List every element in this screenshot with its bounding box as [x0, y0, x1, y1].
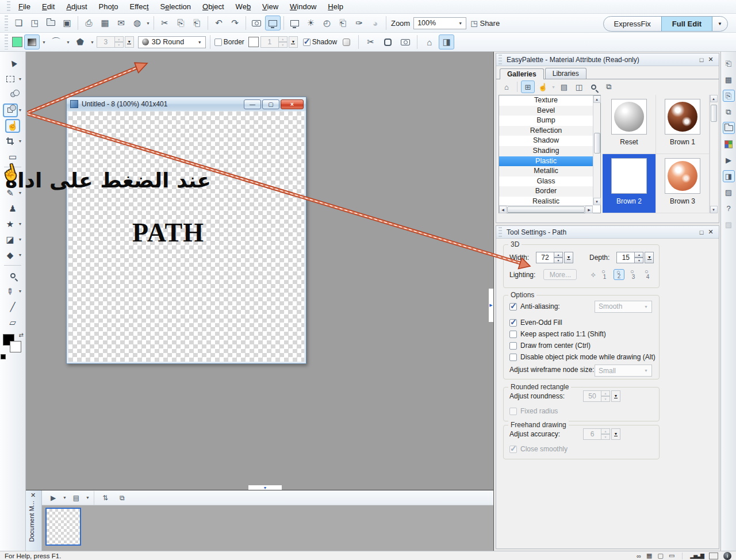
home-button[interactable]: ⌂ — [500, 80, 513, 93]
scroll-up-icon[interactable]: ▲ — [710, 95, 718, 102]
preview-button[interactable]: ◫ — [572, 80, 586, 93]
gallery-item-plastic[interactable]: Plastic — [499, 156, 593, 167]
shadow-checkbox[interactable] — [303, 39, 310, 46]
close-icon[interactable]: ✕ — [30, 492, 36, 499]
gallery-item-bevel[interactable]: Bevel — [499, 106, 593, 116]
quick-command-button[interactable]: ⎗ — [335, 16, 351, 30]
float-icon[interactable]: □ — [697, 228, 706, 237]
document-manager-tab[interactable]: ✕ Document M... — [26, 490, 42, 551]
help-panel-button[interactable]: ? — [723, 202, 735, 214]
expressfix-button[interactable]: ExpressFix — [604, 17, 661, 31]
ruler-icon[interactable]: ▭ — [669, 552, 674, 559]
menu-view[interactable]: View — [256, 0, 284, 14]
line-curve-button[interactable]: ⌒ — [48, 34, 64, 49]
3d-mode-combobox[interactable]: 3D Round ▼ — [138, 36, 206, 48]
shadow-options-button[interactable] — [339, 34, 354, 49]
document-manager-button[interactable]: ⎘ — [723, 90, 735, 102]
crop-tool[interactable] — [3, 135, 18, 148]
gallery-item-texture[interactable]: Texture — [499, 95, 593, 106]
material-brown-1[interactable]: Brown 1 — [656, 95, 710, 154]
slice-tool[interactable]: ▱ — [5, 316, 20, 329]
light-4-button[interactable]: 4 — [642, 269, 653, 280]
browse-manager-button[interactable] — [723, 122, 735, 134]
draw-from-center-checkbox[interactable] — [509, 342, 517, 350]
gallery-item-bump[interactable]: Bump — [499, 116, 593, 126]
menu-object[interactable]: Object — [197, 0, 230, 14]
path-drawing-tool[interactable] — [3, 103, 18, 117]
gallery-item-border[interactable]: Border — [499, 186, 593, 197]
transform-tool[interactable]: ▭ — [5, 150, 20, 164]
tool-settings-panel-button[interactable]: ◨ — [723, 170, 735, 182]
auto-enhance-button[interactable]: ☀ — [303, 16, 319, 30]
new-document-button[interactable]: ❏ — [11, 16, 26, 30]
float-icon[interactable]: □ — [697, 55, 706, 64]
info-icon[interactable]: i — [723, 552, 731, 560]
tree-view-button[interactable]: ⊞ — [521, 80, 535, 93]
sort-button[interactable]: ⇅ — [98, 490, 113, 505]
digital-camera-button[interactable] — [249, 16, 264, 30]
clone-tool[interactable]: ♟ — [5, 202, 20, 216]
fill-tool[interactable]: ◆ — [3, 248, 18, 262]
light-1-button[interactable]: 1 — [599, 269, 610, 280]
background-color-swatch[interactable] — [10, 341, 21, 352]
material-gradient-button[interactable] — [24, 34, 40, 49]
rgb-channels-icon[interactable] — [709, 553, 718, 559]
document-thumbnail[interactable] — [45, 508, 81, 546]
menu-web[interactable]: Web — [230, 0, 257, 14]
menu-effect[interactable]: Effect — [124, 0, 155, 14]
pick-whats-this-button[interactable]: ✑ — [351, 16, 367, 30]
collapse-bottom-handle[interactable]: ▼ — [248, 485, 282, 490]
light-2-button[interactable]: 2 — [614, 269, 624, 280]
chevron-down-icon[interactable]: ▼ — [456, 19, 465, 28]
quick-command-panel-button[interactable]: ⎗ — [723, 57, 735, 70]
macro-play-button[interactable]: ▶ — [723, 154, 735, 166]
web-browser-button[interactable]: ◍ — [129, 16, 145, 30]
redo-button[interactable]: ↷ — [227, 16, 243, 30]
rounded-corner-button[interactable] — [380, 34, 396, 49]
material-reset[interactable]: Reset — [603, 95, 656, 154]
disable-pick-checkbox[interactable] — [509, 354, 517, 361]
fill-color-swatch[interactable] — [12, 37, 22, 47]
view-layout-button[interactable]: ▤ — [68, 490, 84, 505]
save-button[interactable]: ▣ — [59, 16, 75, 30]
tab-galleries[interactable]: Galleries — [500, 68, 544, 79]
menu-adjust[interactable]: Adjust — [60, 0, 93, 14]
scroll-left-icon[interactable]: ◀ — [499, 206, 507, 213]
eyedropper-tool[interactable]: ✏ — [3, 285, 18, 298]
grid-icon[interactable]: ▦ — [646, 552, 652, 559]
duplicate-button[interactable]: ⧉ — [114, 490, 130, 505]
photo-properties-button[interactable]: ▨ — [723, 186, 735, 198]
width-spinner[interactable]: 72 ▲▼ ▼ — [536, 252, 573, 263]
pick-tool[interactable]: ▶ — [5, 57, 20, 71]
layer-manager-button[interactable]: ⧉ — [723, 106, 735, 118]
gallery-vertical-scrollbar[interactable]: ▲ ▼ — [593, 95, 600, 205]
eraser-tool[interactable]: ◪ — [3, 233, 18, 247]
scroll-up-icon[interactable]: ▲ — [593, 95, 601, 103]
collapse-right-handle[interactable]: ▶ — [489, 289, 493, 322]
border-checkbox[interactable] — [214, 39, 222, 46]
anti-aliasing-checkbox[interactable] — [509, 303, 517, 310]
material-dropdown[interactable]: ▼ — [42, 40, 46, 44]
border-color-swatch[interactable] — [248, 37, 259, 47]
gallery-horizontal-scrollbar[interactable]: ◀ ▶ — [499, 205, 593, 213]
even-odd-fill-checkbox[interactable] — [509, 319, 517, 327]
canvas-title-bar[interactable]: Untitled - 8 (100%) 401x401 — ▢ × — [67, 97, 306, 111]
undo-button[interactable]: ↶ — [211, 16, 227, 30]
full-edit-button[interactable]: Full Edit — [661, 17, 712, 31]
gallery-item-glass[interactable]: Glass — [499, 177, 593, 187]
export-button[interactable]: ⌂ — [421, 34, 437, 49]
print-button[interactable]: ⎙ — [81, 16, 97, 30]
monitor-button[interactable] — [287, 16, 302, 30]
gallery-item-shading[interactable]: Shading — [499, 146, 593, 156]
swap-colors-icon[interactable]: ⇄ — [19, 332, 24, 338]
share-button[interactable]: ◳ Share — [467, 16, 503, 30]
search-button[interactable] — [587, 80, 601, 93]
gallery-item-shadow[interactable]: Shadow — [499, 136, 593, 146]
depth-preset-dropdown[interactable]: ▼ — [645, 252, 654, 263]
shape-button[interactable]: ⬟ — [72, 34, 88, 49]
cut-button[interactable]: ✂ — [157, 16, 172, 30]
properties-button[interactable]: ▤ — [557, 80, 571, 93]
menu-photo[interactable]: Photo — [93, 0, 124, 14]
menu-window[interactable]: Window — [284, 0, 322, 14]
menu-file[interactable]: File — [13, 0, 36, 14]
